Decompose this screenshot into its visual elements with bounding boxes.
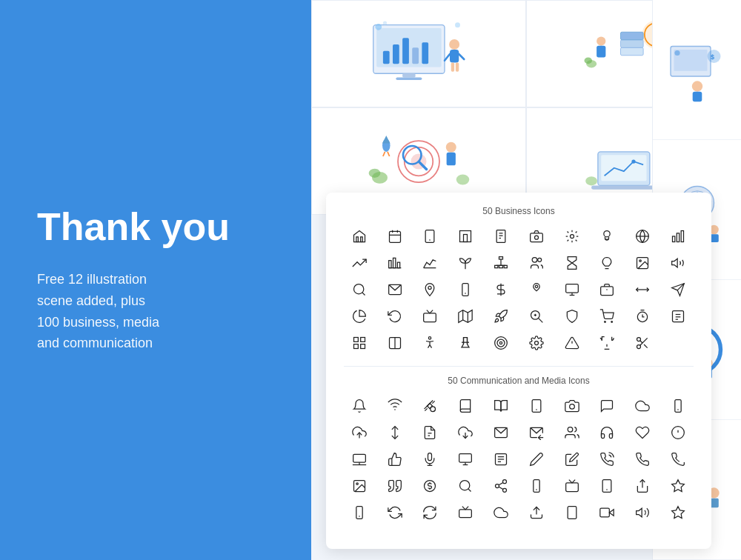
svg-point-212 xyxy=(674,50,679,56)
icon-tv3 xyxy=(450,501,481,524)
svg-marker-201 xyxy=(672,480,685,492)
svg-point-17 xyxy=(455,22,460,27)
icon-bulb xyxy=(592,252,623,274)
svg-rect-72 xyxy=(496,230,505,243)
svg-line-103 xyxy=(362,293,365,296)
icon-book xyxy=(450,395,481,417)
svg-rect-204 xyxy=(459,510,472,518)
svg-rect-91 xyxy=(499,257,503,259)
svg-rect-70 xyxy=(460,231,471,242)
svg-rect-41 xyxy=(447,152,456,165)
icon-plant xyxy=(450,252,481,274)
svg-rect-64 xyxy=(389,231,400,242)
icon-mail-inbox xyxy=(521,421,552,444)
icon-bank xyxy=(344,225,375,247)
svg-point-168 xyxy=(568,427,573,433)
svg-rect-176 xyxy=(459,454,472,463)
icon-mobile xyxy=(415,225,446,247)
icon-linechart xyxy=(415,252,446,274)
svg-line-48 xyxy=(388,151,390,156)
svg-point-34 xyxy=(585,57,593,64)
right-illus-1: $ xyxy=(653,0,741,140)
business-icons-grid xyxy=(344,225,694,354)
svg-rect-10 xyxy=(450,49,459,62)
svg-point-43 xyxy=(369,168,381,177)
svg-rect-2 xyxy=(383,50,390,64)
svg-rect-68 xyxy=(426,230,435,243)
svg-point-125 xyxy=(611,321,613,323)
svg-point-143 xyxy=(497,339,505,347)
icon-notes xyxy=(415,421,446,444)
icon-thumbsup xyxy=(379,448,411,470)
icon-location xyxy=(415,279,446,301)
svg-rect-113 xyxy=(601,287,614,296)
section-divider xyxy=(344,366,694,367)
icon-newspaper2 xyxy=(485,448,516,470)
icon-refresh xyxy=(379,305,411,327)
icon-updown xyxy=(379,421,411,444)
svg-point-149 xyxy=(637,345,641,349)
svg-marker-208 xyxy=(637,508,642,517)
icon-search2 xyxy=(450,475,481,497)
business-icons-title: 50 Business Icons xyxy=(344,206,694,216)
svg-point-191 xyxy=(496,484,499,488)
icon-columns xyxy=(379,332,411,354)
icon-monitor xyxy=(556,279,588,301)
icon-team xyxy=(521,252,552,274)
icon-timer xyxy=(627,305,658,327)
svg-rect-134 xyxy=(353,344,358,349)
icon-target xyxy=(485,332,516,354)
svg-rect-110 xyxy=(565,284,578,293)
icon-envelope xyxy=(485,421,516,444)
svg-rect-206 xyxy=(568,507,576,519)
icon-phone2 xyxy=(627,448,658,470)
icon-monitor2 xyxy=(450,448,481,470)
svg-line-151 xyxy=(644,344,648,348)
svg-marker-46 xyxy=(382,136,391,144)
svg-marker-119 xyxy=(459,310,472,323)
icon-idea xyxy=(592,225,623,247)
svg-rect-135 xyxy=(361,344,365,349)
icon-star xyxy=(662,475,694,497)
icon-settings2 xyxy=(521,332,552,354)
svg-rect-13 xyxy=(451,62,454,71)
icon-calendar xyxy=(379,225,411,247)
icon-phone4 xyxy=(556,501,588,524)
svg-rect-128 xyxy=(673,311,684,322)
icon-cloud-download xyxy=(450,421,481,444)
icon-mobilealt xyxy=(450,279,481,301)
icon-coin xyxy=(415,475,446,497)
icon-mobile3 xyxy=(344,501,375,524)
svg-rect-25 xyxy=(597,45,605,57)
icon-tv2 xyxy=(556,475,588,497)
icon-cut xyxy=(627,332,658,354)
svg-point-15 xyxy=(375,23,382,30)
svg-rect-106 xyxy=(462,284,468,296)
icon-person-pin xyxy=(521,279,552,301)
svg-point-190 xyxy=(503,480,507,484)
description-text: Free 12 illustration scene added, plus 1… xyxy=(37,269,274,354)
icon-grid xyxy=(344,332,375,354)
icon-accessibility xyxy=(415,332,446,354)
icon-upload2 xyxy=(521,501,552,524)
icon-hourglass xyxy=(556,252,588,274)
icon-cycle xyxy=(415,501,446,524)
svg-rect-4 xyxy=(402,38,409,64)
icon-face-search xyxy=(521,305,552,327)
svg-rect-87 xyxy=(393,258,395,267)
icon-cloud xyxy=(627,395,658,417)
icon-megaphone xyxy=(662,252,694,274)
icon-info xyxy=(662,421,694,444)
svg-point-148 xyxy=(637,338,641,341)
svg-rect-7 xyxy=(402,73,416,77)
icon-signal xyxy=(379,395,411,417)
icon-bell xyxy=(344,395,375,417)
svg-point-215 xyxy=(691,81,702,91)
icon-chat xyxy=(592,395,623,417)
icon-phone-call xyxy=(592,448,623,470)
svg-rect-23 xyxy=(621,32,644,40)
svg-point-155 xyxy=(431,407,436,412)
svg-rect-76 xyxy=(531,233,543,242)
svg-rect-5 xyxy=(412,47,419,64)
icon-lab xyxy=(450,332,481,354)
